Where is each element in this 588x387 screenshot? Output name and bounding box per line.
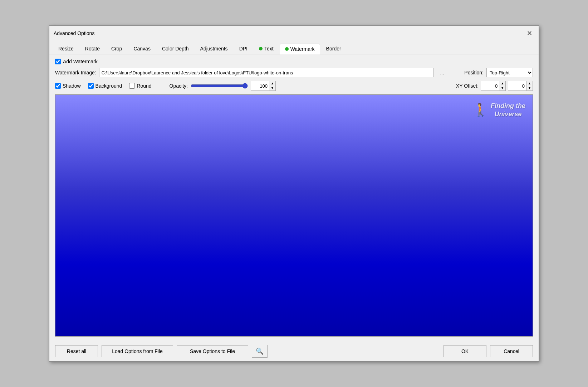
tab-rotate-label: Rotate: [85, 46, 100, 52]
tab-adjustments[interactable]: Adjustments: [195, 43, 233, 54]
tab-canvas[interactable]: Canvas: [128, 43, 156, 54]
tab-border[interactable]: Border: [321, 43, 347, 54]
position-label: Position:: [464, 70, 484, 75]
text-active-dot: [259, 47, 263, 50]
title-bar: Advanced Options ✕: [49, 26, 539, 41]
watermark-preview-text: Finding the Universe: [491, 102, 525, 119]
xy-x-increment-button[interactable]: ▲: [499, 81, 505, 86]
round-checkbox[interactable]: [129, 83, 135, 89]
opacity-spinbox-buttons: ▲ ▼: [269, 81, 275, 90]
tab-resize-label: Resize: [58, 46, 74, 52]
tab-watermark[interactable]: Watermark: [280, 44, 320, 54]
tab-text-label: Text: [264, 46, 274, 52]
xy-y-increment-button[interactable]: ▲: [526, 81, 533, 86]
opacity-slider[interactable]: [191, 83, 248, 89]
load-options-button[interactable]: Load Options from File: [102, 345, 173, 357]
tab-colordepth[interactable]: Color Depth: [157, 43, 194, 54]
round-label[interactable]: Round: [129, 83, 151, 89]
opacity-group: Opacity: ▲ ▼: [170, 81, 276, 91]
watermark-active-dot: [285, 47, 289, 51]
tab-watermark-label: Watermark: [290, 46, 315, 52]
xy-x-decrement-button[interactable]: ▼: [499, 86, 505, 91]
ok-button[interactable]: OK: [444, 345, 486, 357]
tab-content: Add Watermark Watermark Image: ... Posit…: [49, 54, 539, 341]
tab-dpi[interactable]: DPI: [234, 43, 253, 54]
tab-colordepth-label: Color Depth: [162, 46, 189, 52]
options-row: Shadow Background Round Opacity: ▲ ▼: [55, 81, 533, 91]
watermark-figure-icon: 🚶: [472, 103, 489, 118]
xy-y-spinbox-buttons: ▲ ▼: [526, 81, 533, 90]
watermark-image-label: Watermark Image:: [55, 70, 96, 75]
watermark-path-input[interactable]: [99, 68, 434, 77]
xy-x-input[interactable]: [481, 81, 499, 90]
tab-rotate[interactable]: Rotate: [80, 43, 105, 54]
tab-adjustments-label: Adjustments: [200, 46, 228, 52]
add-watermark-checkbox[interactable]: [55, 59, 61, 64]
tab-dpi-label: DPI: [239, 46, 248, 52]
xy-y-spinbox: ▲ ▼: [508, 81, 533, 91]
footer: Reset all Load Options from File Save Op…: [49, 341, 539, 361]
close-button[interactable]: ✕: [525, 29, 534, 38]
browse-button[interactable]: ...: [437, 68, 447, 77]
cancel-button[interactable]: Cancel: [490, 345, 533, 357]
xy-offset-label: XY Offset:: [456, 83, 479, 89]
tab-border-label: Border: [326, 46, 341, 52]
watermark-preview-overlay: 🚶 Finding the Universe: [472, 102, 525, 119]
xy-x-spinbox-buttons: ▲ ▼: [499, 81, 505, 90]
watermark-image-row: Watermark Image: ... Position: Top-Left …: [55, 68, 533, 77]
opacity-decrement-button[interactable]: ▼: [269, 86, 275, 91]
shadow-label[interactable]: Shadow: [55, 83, 81, 89]
tab-text[interactable]: Text: [254, 43, 279, 54]
search-icon-button[interactable]: 🔍: [252, 345, 268, 358]
background-checkbox[interactable]: [88, 83, 94, 89]
xy-y-input[interactable]: [508, 81, 526, 90]
reset-all-button[interactable]: Reset all: [55, 345, 98, 357]
add-watermark-label[interactable]: Add Watermark: [63, 59, 98, 64]
opacity-label: Opacity:: [170, 83, 188, 89]
tab-crop-label: Crop: [111, 46, 122, 52]
advanced-options-dialog: Advanced Options ✕ Resize Rotate Crop Ca…: [49, 25, 539, 362]
add-watermark-row: Add Watermark: [55, 59, 533, 64]
tab-canvas-label: Canvas: [133, 46, 150, 52]
shadow-checkbox[interactable]: [55, 83, 61, 89]
xy-y-decrement-button[interactable]: ▼: [526, 86, 533, 91]
background-label[interactable]: Background: [88, 83, 122, 89]
xy-x-spinbox: ▲ ▼: [481, 81, 506, 91]
opacity-spinbox: ▲ ▼: [251, 81, 276, 91]
opacity-increment-button[interactable]: ▲: [269, 81, 275, 86]
xy-offset-group: XY Offset: ▲ ▼ ▲ ▼: [456, 81, 533, 91]
opacity-value-input[interactable]: [251, 81, 269, 90]
preview-area: 🚶 Finding the Universe: [55, 94, 533, 337]
dialog-title: Advanced Options: [54, 30, 94, 36]
position-select[interactable]: Top-Left Top-Center Top-Right Center-Lef…: [486, 68, 533, 77]
save-options-button[interactable]: Save Options to File: [177, 345, 248, 357]
tab-bar: Resize Rotate Crop Canvas Color Depth Ad…: [49, 41, 539, 54]
tab-resize[interactable]: Resize: [53, 43, 79, 54]
tab-crop[interactable]: Crop: [106, 43, 127, 54]
